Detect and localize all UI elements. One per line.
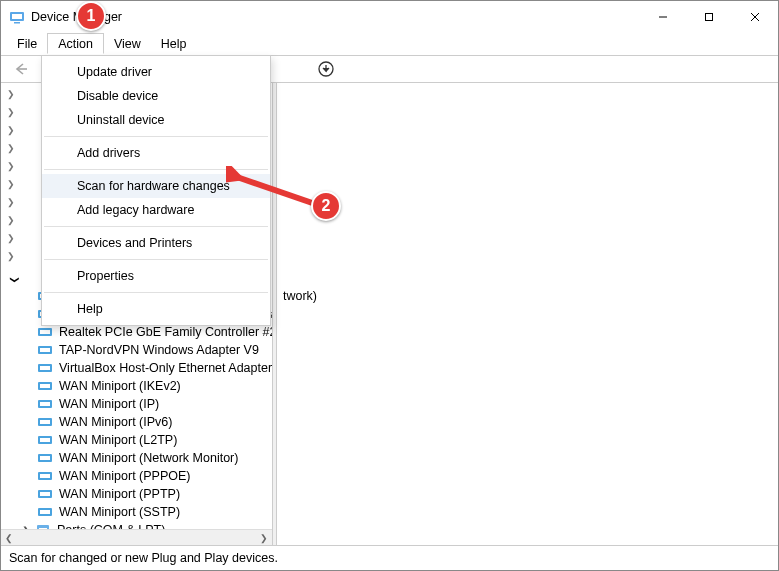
menu-scan-hardware-changes[interactable]: Scan for hardware changes: [42, 174, 270, 198]
tree-item[interactable]: WAN Miniport (PPTP): [1, 485, 272, 503]
svg-rect-4: [706, 14, 713, 21]
titlebar: Device Manager: [1, 1, 778, 33]
window-controls: [640, 1, 778, 33]
svg-rect-34: [40, 492, 50, 496]
menu-devices-and-printers[interactable]: Devices and Printers: [42, 231, 270, 255]
toolbar-scan-button[interactable]: [314, 58, 338, 80]
scroll-left-icon[interactable]: ❮: [1, 530, 17, 545]
tree-item-label: WAN Miniport (SSTP): [57, 505, 182, 519]
network-adapter-icon: [37, 324, 53, 340]
tree-item[interactable]: WAN Miniport (IPv6): [1, 413, 272, 431]
menu-add-drivers[interactable]: Add drivers: [42, 141, 270, 165]
tree-parent-tail: twork): [283, 289, 317, 303]
window-title: Device Manager: [31, 10, 640, 24]
svg-rect-16: [40, 330, 50, 334]
tree-item[interactable]: WAN Miniport (IKEv2): [1, 377, 272, 395]
details-pane: twork): [277, 83, 778, 545]
network-adapter-icon: [37, 450, 53, 466]
svg-rect-36: [40, 510, 50, 514]
statusbar: Scan for changed or new Plug and Play de…: [1, 546, 778, 570]
tree-item-label: WAN Miniport (PPTP): [57, 487, 182, 501]
back-button[interactable]: [9, 58, 33, 80]
menu-view[interactable]: View: [104, 33, 151, 54]
tree-item-label: WAN Miniport (IP): [57, 397, 161, 411]
menu-action[interactable]: Action: [47, 33, 104, 54]
network-adapter-icon: [37, 486, 53, 502]
tree-item-label: WAN Miniport (Network Monitor): [57, 451, 240, 465]
menu-file[interactable]: File: [7, 33, 47, 54]
svg-rect-2: [12, 14, 22, 19]
network-adapter-icon: [37, 378, 53, 394]
network-adapter-icon: [37, 360, 53, 376]
svg-rect-30: [40, 456, 50, 460]
tree-item[interactable]: WAN Miniport (Network Monitor): [1, 449, 272, 467]
menu-add-legacy-hardware[interactable]: Add legacy hardware: [42, 198, 270, 222]
tree-item-label: WAN Miniport (IPv6): [57, 415, 174, 429]
tree-item-label: Realtek PCIe GbE Family Controller #2: [57, 325, 273, 339]
tree-item-label: VirtualBox Host-Only Ethernet Adapter: [57, 361, 273, 375]
menu-uninstall-device[interactable]: Uninstall device: [42, 108, 270, 132]
network-adapter-icon: [37, 504, 53, 520]
menu-properties[interactable]: Properties: [42, 264, 270, 288]
tree-item-label: WAN Miniport (PPPOE): [57, 469, 193, 483]
annotation-callout-2: 2: [311, 191, 341, 221]
network-adapter-icon: [37, 468, 53, 484]
tree-item-label: WAN Miniport (L2TP): [57, 433, 179, 447]
minimize-button[interactable]: [640, 1, 686, 33]
svg-rect-22: [40, 384, 50, 388]
network-adapter-icon: [37, 342, 53, 358]
tree-item-label: WAN Miniport (IKEv2): [57, 379, 183, 393]
app-icon: [9, 9, 25, 25]
svg-rect-20: [40, 366, 50, 370]
svg-rect-26: [40, 420, 50, 424]
svg-rect-32: [40, 474, 50, 478]
tree-item[interactable]: WAN Miniport (IP): [1, 395, 272, 413]
tree-item[interactable]: VirtualBox Host-Only Ethernet Adapter: [1, 359, 272, 377]
menu-help[interactable]: Help: [151, 33, 197, 54]
annotation-callout-1: 1: [76, 1, 106, 31]
device-manager-window: Device Manager File Action View Help: [0, 0, 779, 571]
svg-rect-24: [40, 402, 50, 406]
action-dropdown: Update driver Disable device Uninstall d…: [41, 55, 271, 326]
svg-rect-28: [40, 438, 50, 442]
tree-item[interactable]: WAN Miniport (L2TP): [1, 431, 272, 449]
horizontal-scrollbar[interactable]: ❮ ❯: [1, 529, 272, 545]
svg-rect-18: [40, 348, 50, 352]
tree-item-label: TAP-NordVPN Windows Adapter V9: [57, 343, 261, 357]
maximize-button[interactable]: [686, 1, 732, 33]
tree-item[interactable]: WAN Miniport (PPPOE): [1, 467, 272, 485]
scroll-right-icon[interactable]: ❯: [256, 530, 272, 545]
tree-item[interactable]: WAN Miniport (SSTP): [1, 503, 272, 521]
network-adapter-icon: [37, 414, 53, 430]
menubar: File Action View Help: [1, 33, 778, 55]
menu-update-driver[interactable]: Update driver: [42, 60, 270, 84]
network-adapter-icon: [37, 432, 53, 448]
menu-help[interactable]: Help: [42, 297, 270, 321]
status-text: Scan for changed or new Plug and Play de…: [9, 551, 278, 565]
tree-item[interactable]: TAP-NordVPN Windows Adapter V9: [1, 341, 272, 359]
close-button[interactable]: [732, 1, 778, 33]
svg-marker-10: [323, 68, 329, 72]
network-adapter-icon: [37, 396, 53, 412]
menu-disable-device[interactable]: Disable device: [42, 84, 270, 108]
svg-rect-1: [14, 22, 20, 24]
